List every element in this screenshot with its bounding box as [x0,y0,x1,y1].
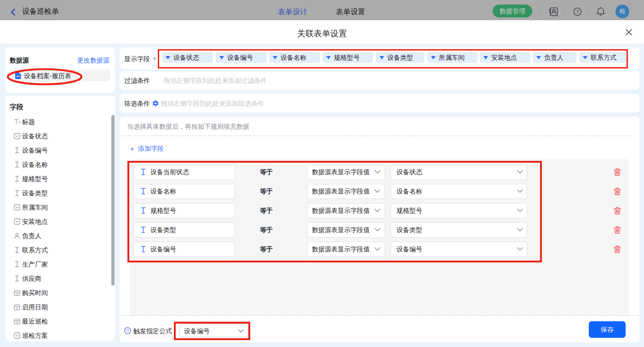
svg-text:?: ? [126,328,129,333]
svg-text:?: ? [576,9,579,15]
